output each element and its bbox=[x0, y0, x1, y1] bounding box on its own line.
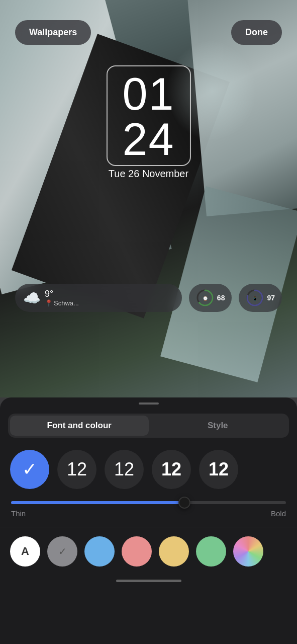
weight-slider-container: Thin Bold bbox=[0, 497, 297, 518]
phone-value: 97 bbox=[267, 294, 275, 302]
tab-style[interactable]: Style bbox=[149, 416, 287, 436]
phone-ring-icon: 📱 bbox=[246, 289, 264, 307]
font-options-row: ✓ 12 12 12 12 bbox=[0, 438, 297, 497]
svg-text:⌚: ⌚ bbox=[202, 295, 208, 301]
clock-display: 01 24 Tue 26 November bbox=[106, 65, 190, 180]
weather-icon: ☁️ bbox=[23, 290, 41, 306]
font-option-semibold[interactable]: 12 bbox=[152, 450, 191, 489]
drag-handle bbox=[139, 403, 159, 405]
weather-info: 9° 📍 Schwa... bbox=[45, 289, 79, 307]
color-gray-check-icon: ✓ bbox=[58, 545, 67, 557]
svg-text:📱: 📱 bbox=[252, 295, 258, 301]
tab-font-colour[interactable]: Font and colour bbox=[10, 416, 149, 436]
font-label-bold: 12 bbox=[209, 459, 229, 480]
color-options-row: A ✓ bbox=[0, 527, 297, 573]
color-option-gray[interactable]: ✓ bbox=[47, 536, 77, 567]
color-option-rainbow[interactable] bbox=[233, 536, 263, 567]
location-pin-icon: 📍 bbox=[45, 299, 53, 307]
bottom-panel: Font and colour Style ✓ 12 12 12 12 Thin… bbox=[0, 397, 297, 644]
font-label-normal: 12 bbox=[114, 459, 134, 480]
tab-bar: Font and colour Style bbox=[8, 414, 289, 438]
watch-widget[interactable]: ⌚ 68 bbox=[189, 284, 232, 312]
font-label-semibold: 12 bbox=[161, 459, 181, 480]
watch-ring-icon: ⌚ bbox=[196, 289, 214, 307]
color-white-label: A bbox=[21, 545, 29, 558]
slider-track[interactable] bbox=[11, 501, 286, 504]
font-label-thin: 12 bbox=[67, 459, 87, 480]
slider-max-label: Bold bbox=[271, 509, 286, 518]
color-option-green[interactable] bbox=[196, 536, 226, 567]
phone-preview: Wallpapers Done 01 24 Tue 26 November ☁️… bbox=[0, 0, 297, 397]
weather-widget[interactable]: ☁️ 9° 📍 Schwa... bbox=[15, 284, 182, 312]
weather-temp: 9° bbox=[45, 289, 79, 299]
slider-labels: Thin Bold bbox=[11, 509, 286, 518]
phone-widget[interactable]: 📱 97 bbox=[239, 284, 282, 312]
watch-value: 68 bbox=[217, 294, 225, 302]
slider-thumb[interactable] bbox=[178, 497, 190, 509]
clock-hour: 01 bbox=[122, 71, 174, 117]
checkmark-icon: ✓ bbox=[22, 459, 37, 480]
font-option-normal[interactable]: 12 bbox=[105, 450, 144, 489]
color-option-white[interactable]: A bbox=[10, 536, 40, 567]
clock-minute: 24 bbox=[122, 117, 174, 162]
slider-fill bbox=[11, 501, 184, 504]
slider-min-label: Thin bbox=[11, 509, 26, 518]
home-indicator bbox=[116, 580, 181, 582]
color-option-yellow[interactable] bbox=[159, 536, 189, 567]
weather-location: 📍 Schwa... bbox=[45, 299, 79, 307]
clock-bracket: 01 24 bbox=[106, 65, 190, 166]
clock-date: Tue 26 November bbox=[106, 168, 190, 180]
widget-row: ☁️ 9° 📍 Schwa... ⌚ 68 bbox=[15, 284, 282, 312]
color-option-pink[interactable] bbox=[122, 536, 152, 567]
color-option-blue[interactable] bbox=[84, 536, 115, 567]
font-option-thin[interactable]: 12 bbox=[57, 450, 96, 489]
font-option-selected[interactable]: ✓ bbox=[10, 450, 49, 489]
done-button[interactable]: Done bbox=[231, 20, 282, 45]
wallpapers-button[interactable]: Wallpapers bbox=[15, 20, 91, 45]
top-buttons-row: Wallpapers Done bbox=[0, 20, 297, 45]
font-option-bold[interactable]: 12 bbox=[199, 450, 238, 489]
